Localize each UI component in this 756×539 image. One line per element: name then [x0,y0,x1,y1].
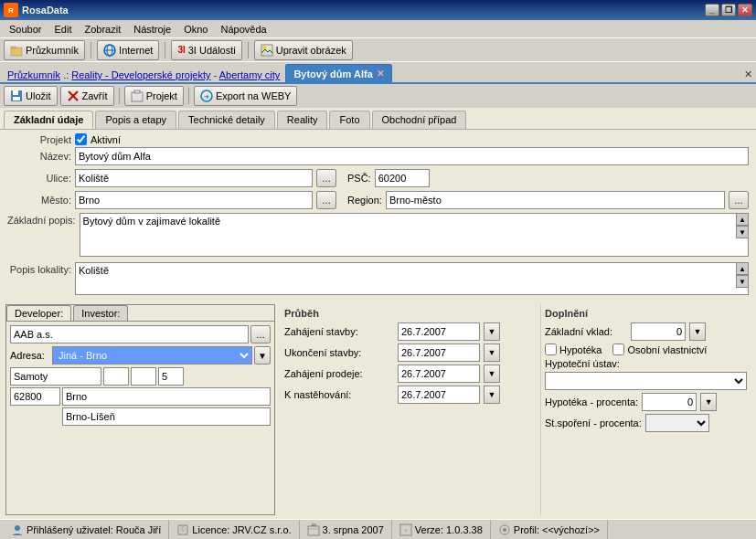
zahajeni-stavby-row: Zahájení stavby: ▼ [284,322,537,341]
zip-input[interactable] [10,387,60,406]
company-browse-btn[interactable]: … [250,325,271,343]
tab-zakladni-udaje[interactable]: Základní údaje [4,111,93,129]
image-icon [261,44,273,57]
st-sporeni-label: St.spoření - procenta: [545,417,642,428]
mesto-browse-btn[interactable]: … [316,191,336,209]
menu-okno[interactable]: Okno [178,22,213,37]
zakladni-vklad-dropdown-icon[interactable]: ▼ [689,322,706,341]
hypotecni-ustav-select[interactable] [545,372,747,390]
section-tabs: Základní údaje Popis a etapy Technické d… [0,108,756,130]
tab-developer[interactable]: Developer: [6,305,71,321]
adresa-select[interactable]: Jiná - Brno [52,346,252,365]
menu-bar: Soubor Edit Zobrazit Nástroje Okno Nápov… [0,20,756,38]
nazev-input[interactable]: Bytový dům Alfa [75,147,749,165]
hypoteka-procenta-input[interactable] [642,393,697,411]
street-input[interactable] [10,367,101,386]
close-button[interactable]: Zavřít [60,86,114,106]
menu-edit[interactable]: Edit [48,22,77,37]
tab-active[interactable]: Bytový dům Alfa ✕ [285,64,391,82]
nastehování-row: K nastěhování: ▼ [284,386,537,404]
close-icon [67,90,80,102]
profile-icon [498,523,511,536]
hypoteka-procenta-dropdown-icon[interactable]: ▼ [700,393,717,411]
house-num1[interactable] [103,367,129,386]
svg-text:v: v [404,527,407,533]
hypoteka-checkbox[interactable] [545,343,557,355]
ukonceni-stavby-dropdown-icon[interactable]: ▼ [484,343,500,362]
osobni-vlastnictvi-checkbox[interactable] [612,343,624,355]
popis-lokality-label: Popis lokality: [7,262,71,275]
tab-technicke-detaily[interactable]: Technické detaily [178,111,275,129]
adresa-browse-btn[interactable]: ▼ [254,346,271,365]
svg-text:R: R [8,6,14,15]
mesto-input[interactable] [75,191,313,209]
ukonceni-stavby-row: Ukončení stavby: ▼ [284,343,537,362]
psc-input[interactable] [375,169,430,187]
zakladni-popis-label: Základní popis: [7,213,76,226]
folder-icon [10,44,23,57]
ukonceni-stavby-input[interactable] [398,343,480,362]
hypotecni-ustav-row: Hypoteční ústav: [545,358,747,369]
tab-investor[interactable]: Investor: [73,305,128,321]
city2-input[interactable] [62,407,271,426]
tab-obchodni-pripad[interactable]: Obchodní případ [372,111,467,129]
toolbar-upravit-obrazek[interactable]: Upravit obrázek [254,40,353,60]
nastehování-input[interactable] [398,386,480,404]
toolbar-udalosti[interactable]: 3I 3I Události [171,40,241,60]
ulice-browse-btn[interactable]: … [316,169,336,187]
toolbar-pruzkumnik[interactable]: Průzkumník [4,40,85,60]
svg-text:➜: ➜ [204,93,209,100]
aktivni-checkbox[interactable] [75,133,87,145]
company-input[interactable] [10,325,249,343]
breadcrumb-reality[interactable]: Reality - Developerské projekty [71,69,210,80]
project-button[interactable]: Projekt [124,86,184,106]
zahajeni-stavby-dropdown-icon[interactable]: ▼ [484,322,500,341]
zahajeni-prodeje-input[interactable] [398,365,480,383]
scroll-down-icon[interactable]: ▼ [736,226,749,238]
psc-label: PSČ: [347,173,371,184]
toolbar: Průzkumník Internet 3I 3I Události Uprav… [0,38,756,62]
hypoteka-procenta-row: Hypotéka - procenta: ▼ [545,393,747,411]
zakladni-popis-textarea[interactable]: Bytový dům v zajímavé lokalitě [80,213,749,257]
close-tab-button[interactable]: ✕ [744,69,752,80]
toolbar-internet[interactable]: Internet [97,40,159,60]
ulice-input[interactable] [75,169,313,187]
scroll-up-icon[interactable]: ▲ [736,213,749,226]
popis-lokality-textarea[interactable]: Koliště [75,262,749,295]
tab-close-icon[interactable]: ✕ [377,69,384,79]
globe-icon [103,44,116,57]
scroll-up2-icon[interactable]: ▲ [736,262,749,275]
tab-popis-etapy[interactable]: Popis a etapy [95,111,176,129]
scroll-down2-icon[interactable]: ▼ [736,275,749,288]
breadcrumb-abertamy[interactable]: Abertamy city [219,69,281,80]
save-button[interactable]: Uložit [4,86,58,106]
region-input[interactable] [386,191,725,209]
doplneni-section: Doplnění Základní vklad: ▼ Hypotéka [540,304,751,515]
close-window-button[interactable]: ✕ [738,4,752,16]
title-bar: R RosaData _ ❐ ✕ [0,0,756,20]
menu-soubor[interactable]: Soubor [4,22,47,37]
st-sporeni-select[interactable] [645,414,709,432]
zahajeni-stavby-input[interactable] [398,322,480,341]
tab-foto[interactable]: Foto [329,111,369,129]
tab-reality[interactable]: Reality [277,111,328,129]
city-input[interactable] [62,387,271,406]
nastehování-dropdown-icon[interactable]: ▼ [484,386,500,404]
menu-nastroje[interactable]: Nástroje [128,22,176,37]
region-browse-btn[interactable]: … [729,191,749,209]
restore-button[interactable]: ❐ [721,4,736,16]
breadcrumb-sep1: .: [63,69,71,80]
breadcrumb-pruzkumnik[interactable]: Průzkumník [7,69,60,80]
menu-zobrazit[interactable]: Zobrazit [79,22,126,37]
zakladni-vklad-label: Základní vklad: [545,326,627,337]
house-num2[interactable] [131,367,156,386]
minimize-button[interactable]: _ [705,4,719,16]
ulice-label: Ulice: [7,173,71,184]
zahajeni-prodeje-dropdown-icon[interactable]: ▼ [484,365,500,383]
tab-bar: Průzkumník .: Reality - Developerské pro… [0,62,756,84]
svg-rect-15 [134,90,140,93]
house-num3[interactable] [158,367,184,386]
zakladni-vklad-input[interactable] [631,322,686,341]
menu-napoveda[interactable]: Nápověda [215,22,272,37]
export-button[interactable]: ➜ Export na WEBY [194,86,298,106]
